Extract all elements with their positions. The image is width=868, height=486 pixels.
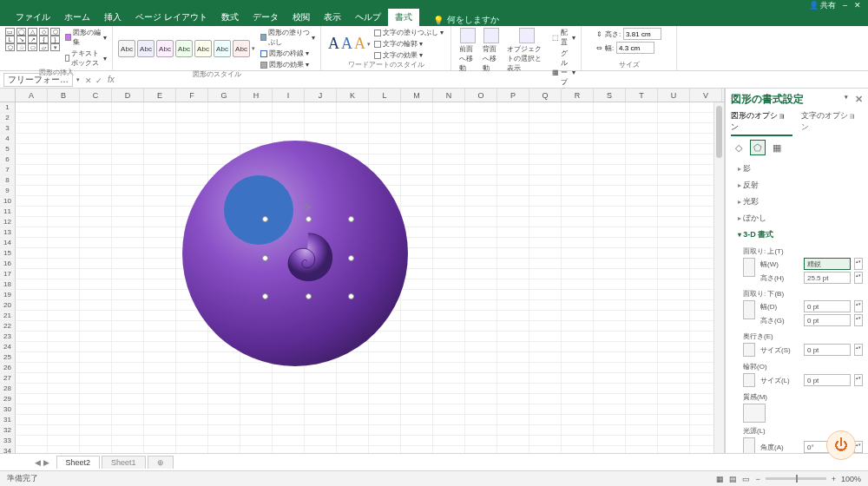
bevel-top-height[interactable]: 25.5 pt — [804, 272, 851, 284]
group-insert-shapes: ▭◯△◇⬡ L↘↗{} ⬠☆⬭▱▾ 図形の編集▾ テキスト ボックス▾ 図形の挿… — [0, 26, 113, 70]
zoom-slider[interactable] — [766, 477, 826, 480]
rotate-handle[interactable]: ⟳ — [304, 203, 312, 212]
view-pagelayout-icon[interactable]: ▤ — [729, 475, 737, 483]
width-input[interactable] — [616, 42, 654, 54]
material-picker[interactable] — [743, 404, 766, 423]
group-wordart: A A A ▾ 文字の塗りつぶし▾ 文字の輪郭▾ 文字の効果▾ ワードアートのス… — [321, 26, 451, 70]
tab-layout[interactable]: ページ レイアウト — [128, 9, 214, 26]
textbox[interactable]: テキスト ボックス▾ — [65, 49, 107, 68]
select-all-corner[interactable] — [0, 89, 16, 102]
shape-style-gallery[interactable]: Abc Abc Abc Abc Abc Abc Abc ▾ — [118, 40, 255, 57]
top-bevel-picker[interactable] — [743, 258, 755, 277]
status-bar: 準備完了 ▦ ▤ ▭ − + 100% — [0, 470, 868, 486]
window-min[interactable]: – — [843, 1, 847, 10]
wordart-gallery[interactable]: A A A ▾ — [328, 35, 371, 53]
tab-insert[interactable]: 挿入 — [97, 9, 128, 26]
contour-color[interactable] — [743, 373, 755, 387]
selected-shape[interactable]: ⟳ — [265, 219, 352, 297]
tab-format[interactable]: 書式 — [388, 9, 419, 26]
sheet-tab-active[interactable]: Sheet2 — [56, 456, 101, 469]
section-shadow[interactable]: 影 — [731, 161, 863, 177]
tell-me-search[interactable]: 💡 何をしますか — [433, 14, 499, 26]
section-3d-format[interactable]: 3-D 書式 — [731, 227, 863, 243]
swirl-shape[interactable] — [275, 226, 341, 290]
ribbon-tabs: ファイル ホーム 挿入 ページ レイアウト 数式 データ 校閲 表示 ヘルプ 書… — [0, 10, 868, 26]
bevel-top-width[interactable]: 精鋭 — [804, 258, 851, 270]
group-arrange: 前面へ移動 背面へ移動 オブジェクトの選択と表示 ⬚ 配置▾ ▦ グループ化▾ … — [451, 26, 582, 70]
tab-shape-options[interactable]: 図形のオプション — [731, 110, 792, 136]
format-shape-pane: 図形の書式設定 ▾✕ 図形のオプション 文字のオプション ◇ ⬠ ▦ 影 反射 … — [725, 89, 868, 470]
group-size: ⇕ 高さ: ⇔ 幅: サイズ — [582, 26, 677, 70]
fill-line-icon[interactable]: ◇ — [731, 140, 746, 155]
depth-color[interactable] — [743, 343, 755, 357]
tab-review[interactable]: 校閲 — [286, 9, 317, 26]
tab-view[interactable]: 表示 — [317, 9, 348, 26]
zoom-level[interactable]: 100% — [841, 475, 861, 483]
pane-title: 図形の書式設定 — [731, 92, 804, 107]
power-icon[interactable]: ⏻ — [826, 430, 856, 460]
tab-text-options[interactable]: 文字のオプション — [801, 110, 863, 136]
height-input[interactable] — [623, 28, 661, 40]
window-close[interactable]: ✕ — [854, 1, 861, 10]
sheet-tab-bar: ◀ ▶ Sheet2 Sheet1 ⊕ — [0, 453, 868, 470]
worksheet[interactable]: ABCDEFGHIJKLMNOPQRSTUV 12345678910111213… — [0, 89, 725, 470]
section-glow[interactable]: 光彩 — [731, 194, 863, 210]
new-sheet-button[interactable]: ⊕ — [148, 456, 174, 469]
column-headers[interactable]: ABCDEFGHIJKLMNOPQRSTUV — [16, 89, 724, 102]
tab-data[interactable]: データ — [246, 9, 286, 26]
size-props-icon[interactable]: ▦ — [769, 140, 785, 155]
tab-home[interactable]: ホーム — [57, 9, 97, 26]
ribbon: ▭◯△◇⬡ L↘↗{} ⬠☆⬭▱▾ 図形の編集▾ テキスト ボックス▾ 図形の挿… — [0, 26, 868, 71]
row-headers[interactable]: 1234567891011121314151617181920212223242… — [0, 102, 16, 456]
section-reflection[interactable]: 反射 — [731, 177, 863, 194]
tab-file[interactable]: ファイル — [9, 9, 57, 26]
section-softedge[interactable]: ぼかし — [731, 210, 863, 227]
group-shape-styles: Abc Abc Abc Abc Abc Abc Abc ▾ 図形の塗りつぶし▾ … — [113, 26, 321, 70]
close-pane-icon[interactable]: ✕ — [855, 94, 863, 105]
sheet-tab-other[interactable]: Sheet1 — [102, 456, 146, 469]
tab-formulas[interactable]: 数式 — [214, 9, 246, 26]
share-button[interactable]: 👤 共有 — [809, 0, 836, 11]
status-ready: 準備完了 — [7, 473, 38, 484]
fx-icon: fx — [108, 75, 115, 84]
effects-icon[interactable]: ⬠ — [750, 140, 766, 155]
name-box[interactable]: フリーフォー… — [3, 73, 73, 87]
tab-help[interactable]: ヘルプ — [348, 9, 388, 26]
view-pagebreak-icon[interactable]: ▭ — [742, 475, 750, 483]
bottom-bevel-picker[interactable] — [743, 300, 755, 319]
edit-shape[interactable]: 図形の編集▾ — [65, 28, 107, 47]
view-normal-icon[interactable]: ▦ — [716, 475, 724, 483]
formula-bar-row: フリーフォー… ▾ ✕✓ fx — [0, 71, 868, 89]
vertical-scrollbar[interactable] — [713, 102, 724, 470]
